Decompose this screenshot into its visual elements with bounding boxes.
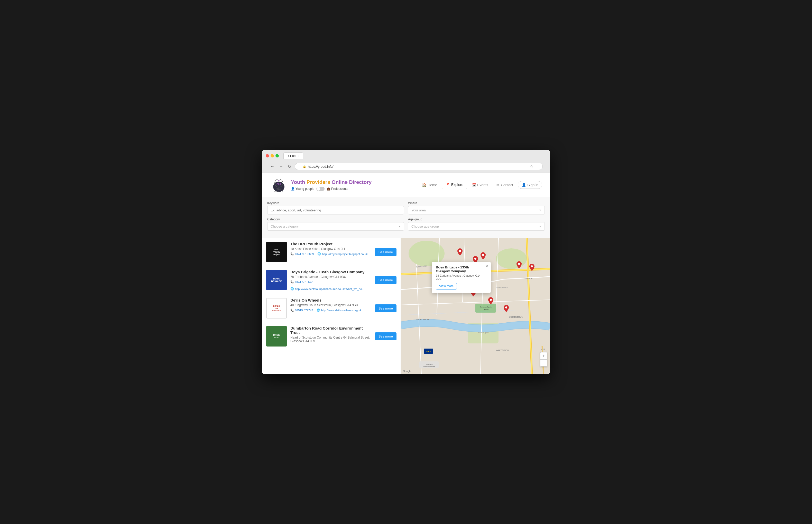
result-name: Dumbarton Road Corridor Environment Trus… (290, 326, 371, 335)
map-attribution: Google (403, 370, 411, 373)
result-contacts: 📞 07515 879747 🌐 http://www.deilsonwheel… (290, 309, 371, 312)
close-window-btn[interactable] (266, 154, 269, 158)
home-icon: 🏠 (422, 183, 426, 187)
person-icon: 👤 (291, 187, 295, 191)
url-text: https://y-pod.info/ (308, 165, 334, 168)
see-more-btn-dumbarton[interactable]: See more (375, 332, 396, 340)
forward-btn[interactable]: → (278, 164, 284, 169)
maximize-window-btn[interactable] (275, 154, 279, 158)
lock-icon: 🔒 (303, 165, 306, 168)
result-info-dumbarton: Dumbarton Road Corridor Environment Trus… (290, 326, 371, 344)
see-more-btn-boys[interactable]: See more (375, 276, 396, 284)
website-text[interactable]: http://www.deilsonwheels.org.uk (321, 309, 361, 312)
result-address: 78 Earlbank Avenue , Glasgow G14 9DU (290, 275, 371, 279)
website-text[interactable]: http://www.scotstounparishchurch.co.uk/W… (295, 288, 364, 291)
nav-contact[interactable]: ✉ Contact (493, 181, 517, 189)
map-popup-view-more-btn[interactable]: View more (436, 283, 457, 290)
result-logo-boys: BOYSBRIGADE (266, 270, 287, 290)
briefcase-icon: 💼 (327, 187, 330, 191)
phone-text[interactable]: 0141 561 1421 (295, 280, 314, 283)
website-item: 🌐 http://www.deilsonwheels.org.uk (316, 309, 361, 312)
svg-text:River Clyde: River Clyde (478, 331, 489, 334)
svg-text:YOUTH NETWORK: YOUTH NETWORK (274, 191, 283, 192)
svg-text:SCOTSTOUN: SCOTSTOUN (509, 316, 523, 318)
svg-text:IKEA: IKEA (426, 350, 431, 353)
age-placeholder: Choose age group (411, 225, 439, 228)
phone-icon: 📞 (290, 252, 294, 256)
search-section: Keyword Where Your area ▼ Category Choos… (262, 197, 550, 238)
phone-icon: 📞 (290, 280, 294, 283)
map-popup-close-btn[interactable]: × (486, 264, 488, 268)
active-tab[interactable]: Y-Pod × (283, 152, 303, 159)
minimize-window-btn[interactable] (271, 154, 274, 158)
reload-btn[interactable]: ↻ (287, 164, 292, 169)
age-select[interactable]: Choose age group ▼ (408, 222, 545, 231)
see-more-btn-deils[interactable]: See more (375, 305, 396, 312)
explore-icon: 📍 (445, 183, 450, 187)
website-text[interactable]: http://drcyouthproject.blogspot.co.uk/ (322, 252, 368, 256)
mode-toggle[interactable] (316, 187, 325, 191)
back-btn[interactable]: ← (269, 164, 275, 169)
events-icon: 📅 (472, 183, 476, 187)
map-marker[interactable] (517, 261, 522, 269)
nav-events[interactable]: 📅 Events (468, 181, 492, 189)
map-background[interactable]: Western Rd Alderman Rd Anniesland Rd Riv… (401, 238, 550, 374)
svg-text:Scotstoun Sports: Scotstoun Sports (480, 306, 491, 308)
tab-close-btn[interactable]: × (297, 154, 299, 158)
category-label: Category (267, 217, 404, 221)
see-more-btn-drc[interactable]: See more (375, 248, 396, 256)
svg-point-31 (518, 263, 520, 265)
globe-icon: 🌐 (316, 309, 320, 312)
young-people-btn[interactable]: 👤 Young people (291, 187, 314, 191)
map-marker[interactable] (488, 297, 493, 306)
signin-icon: 👤 (522, 183, 526, 187)
nav-explore[interactable]: 📍 Explore (442, 181, 467, 189)
where-arrow-icon: ▼ (539, 209, 541, 212)
phone-text[interactable]: 0141 951 8669 (295, 252, 314, 256)
address-bar[interactable]: 🔒 https://y-pod.info/ ☆ ⋮ (295, 163, 543, 170)
tab-title: Y-Pod (287, 154, 295, 158)
map-marker[interactable] (504, 305, 509, 313)
result-contacts: 📞 0141 951 8669 🌐 http://drcyouthproject… (290, 252, 371, 256)
traffic-lights (266, 154, 279, 158)
result-name: The DRC Youth Project (290, 242, 371, 246)
globe-icon: 🌐 (318, 252, 321, 256)
address-bar-row: ← → ↻ 🔒 https://y-pod.info/ ☆ ⋮ (266, 161, 546, 173)
phone-item: 📞 07515 879747 (290, 309, 313, 312)
map-marker[interactable] (529, 264, 535, 272)
where-field: Where Your area ▼ (408, 201, 545, 214)
logo-area: Y POD NORTH WEST YOUTH NETWORK Youth Pro… (270, 176, 372, 194)
website-item: 🌐 http://www.scotstounparishchurch.co.uk… (290, 287, 364, 291)
category-field: Category Choose a category ▼ (267, 217, 404, 231)
svg-text:Braehead: Braehead (426, 364, 433, 365)
svg-point-28 (459, 250, 461, 252)
svg-text:Anniesland Rd: Anniesland Rd (496, 286, 508, 289)
map-popup-title: Boys Brigade - 135th Glasgow Company (436, 265, 487, 273)
result-address: 40 Kingsway Court Scotstoun, Glasgow G14… (290, 304, 371, 307)
where-select[interactable]: Your area ▼ (408, 206, 545, 214)
nav-home[interactable]: 🏠 Home (418, 181, 441, 189)
map-marker[interactable] (457, 248, 462, 257)
site-title: Youth Providers Online Directory (291, 179, 372, 185)
site-header: Y POD NORTH WEST YOUTH NETWORK Youth Pro… (262, 173, 550, 197)
category-select[interactable]: Choose a category ▼ (267, 222, 404, 231)
map-zoom-in-btn[interactable]: + (540, 352, 547, 359)
tab-bar: Y-Pod × (283, 152, 303, 159)
result-logo-drc: DRCYouthProject (266, 242, 287, 262)
map-popup: × Boys Brigade - 135th Glasgow Company 7… (432, 262, 491, 293)
signin-btn[interactable]: 👤 Sign in (518, 181, 542, 189)
map-marker[interactable] (481, 252, 486, 260)
list-item: BOYSBRIGADE Boys Brigade - 135th Glasgow… (262, 266, 401, 294)
more-btn[interactable]: ⋮ (535, 164, 539, 168)
mode-switcher: 👤 Young people 💼 Professional (291, 187, 372, 191)
phone-text[interactable]: 07515 879747 (295, 309, 313, 312)
svg-text:WEST: WEST (277, 189, 281, 191)
svg-text:Shopping Centre: Shopping Centre (423, 366, 435, 367)
list-item: DE'ILSONWHEELS De'ils On Wheels 40 Kings… (262, 294, 401, 322)
map-zoom-out-btn[interactable]: − (540, 359, 547, 366)
svg-point-36 (490, 299, 492, 301)
professional-btn[interactable]: 💼 Professional (327, 187, 348, 191)
bookmark-btn[interactable]: ☆ (530, 164, 533, 168)
category-placeholder: Choose a category (271, 225, 298, 228)
keyword-input[interactable] (267, 206, 404, 214)
